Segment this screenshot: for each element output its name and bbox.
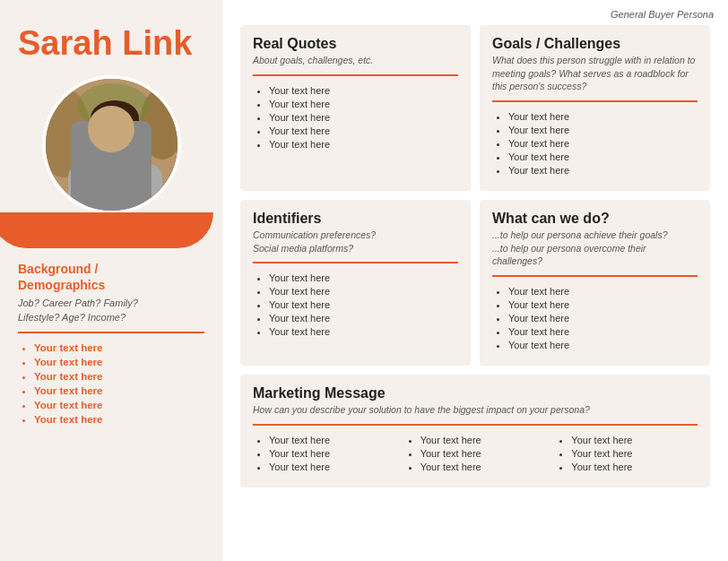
list-item: Your text here <box>508 138 698 149</box>
list-item: Your text here <box>508 125 698 135</box>
svg-point-13 <box>104 136 108 142</box>
list-item: Your text here <box>508 111 698 122</box>
list-item: Your text here <box>34 371 204 382</box>
marketing-title: Marketing Message <box>253 385 698 401</box>
what-can-we-do-subtitle: ...to help our persona achieve their goa… <box>492 229 698 268</box>
marketing-col1: Your text here Your text here Your text … <box>253 435 395 475</box>
identifiers-section: Identifiers Communication preferences? S… <box>240 200 471 366</box>
real-quotes-title: Real Quotes <box>253 36 458 52</box>
svg-rect-9 <box>91 118 100 150</box>
list-item: Your text here <box>508 299 698 310</box>
list-item: Your text here <box>571 435 698 445</box>
list-item: Your text here <box>571 448 698 459</box>
list-item: Your text here <box>269 326 458 337</box>
main-content: Real Quotes About goals, challenges, etc… <box>222 0 728 561</box>
background-title: Background / Demographics <box>18 261 204 293</box>
goals-section: Goals / Challenges What does this person… <box>480 25 710 191</box>
marketing-subtitle: How can you describe your solution to ha… <box>253 403 698 417</box>
list-item: Your text here <box>34 414 204 425</box>
marketing-section: Marketing Message How can you describe y… <box>240 375 710 488</box>
list-item: Your text here <box>34 342 204 353</box>
svg-point-7 <box>91 115 138 165</box>
identifiers-list: Your text here Your text here Your text … <box>253 272 458 337</box>
background-divider <box>18 332 204 333</box>
identifiers-divider <box>253 262 458 263</box>
background-subtitle: Job? Career Path? Family? Lifestyle? Age… <box>18 297 204 324</box>
list-item: Your text here <box>269 85 458 96</box>
svg-point-12 <box>119 135 126 143</box>
list-item: Your text here <box>269 139 458 150</box>
avatar-figure: UCLA <box>46 79 178 211</box>
list-item: Your text here <box>508 286 698 297</box>
list-item: Your text here <box>508 151 698 162</box>
real-quotes-list: Your text here Your text here Your text … <box>253 85 458 150</box>
sidebar: Sarah Link UCLA <box>0 0 222 561</box>
list-item: Your text here <box>420 435 547 445</box>
real-quotes-subtitle: About goals, challenges, etc. <box>253 54 458 67</box>
svg-rect-6 <box>102 151 128 170</box>
avatar: UCLA <box>42 75 181 214</box>
list-item: Your text here <box>34 400 204 410</box>
real-quotes-divider <box>253 74 458 76</box>
svg-point-3 <box>77 83 149 128</box>
list-item: Your text here <box>508 326 698 337</box>
svg-point-14 <box>120 136 125 142</box>
list-item: Your text here <box>571 462 698 472</box>
list-item: Your text here <box>269 272 458 283</box>
svg-point-11 <box>103 135 110 143</box>
goals-divider <box>492 100 698 102</box>
list-item: Your text here <box>269 299 458 310</box>
svg-text:UCLA: UCLA <box>100 186 128 197</box>
background-section: Background / Demographics Job? Career Pa… <box>18 261 204 428</box>
list-item: Your text here <box>269 462 395 472</box>
goals-subtitle: What does this person struggle with in r… <box>492 54 698 93</box>
list-item: Your text here <box>269 286 458 297</box>
svg-rect-4 <box>68 164 162 211</box>
list-item: Your text here <box>508 165 698 176</box>
marketing-grid: Your text here Your text here Your text … <box>253 435 698 475</box>
list-item: Your text here <box>34 357 204 367</box>
real-quotes-section: Real Quotes About goals, challenges, etc… <box>240 25 471 191</box>
background-list: Your text here Your text here Your text … <box>18 342 204 425</box>
list-item: Your text here <box>508 313 698 324</box>
svg-point-8 <box>91 100 139 136</box>
list-item: Your text here <box>34 385 204 396</box>
list-item: Your text here <box>269 112 458 123</box>
identifiers-title: Identifiers <box>253 211 458 227</box>
what-can-we-do-divider <box>492 275 698 277</box>
semicircle-divider <box>0 212 213 248</box>
avatar-svg: UCLA <box>46 79 178 211</box>
list-item: Your text here <box>508 340 698 350</box>
persona-name: Sarah Link <box>18 25 204 63</box>
what-can-we-do-title: What can we do? <box>492 211 698 227</box>
what-can-we-do-section: What can we do? ...to help our persona a… <box>480 200 710 366</box>
goals-title: Goals / Challenges <box>492 36 698 52</box>
identifiers-subtitle: Communication preferences? Social media … <box>253 229 458 255</box>
general-label: General Buyer Persona <box>611 9 714 20</box>
list-item: Your text here <box>420 462 547 472</box>
page: General Buyer Persona Sarah Link <box>0 0 728 561</box>
list-item: Your text here <box>269 99 458 109</box>
marketing-col2: Your text here Your text here Your text … <box>404 435 547 475</box>
list-item: Your text here <box>269 313 458 324</box>
list-item: Your text here <box>269 448 395 459</box>
avatar-placeholder: UCLA <box>46 79 178 211</box>
list-item: Your text here <box>269 435 395 445</box>
svg-rect-10 <box>131 118 140 150</box>
list-item: Your text here <box>269 125 458 136</box>
list-item: Your text here <box>420 448 547 459</box>
goals-list: Your text here Your text here Your text … <box>492 111 698 176</box>
marketing-col3: Your text here Your text here Your text … <box>555 435 698 475</box>
what-can-we-do-list: Your text here Your text here Your text … <box>492 286 698 350</box>
marketing-divider <box>253 424 698 426</box>
